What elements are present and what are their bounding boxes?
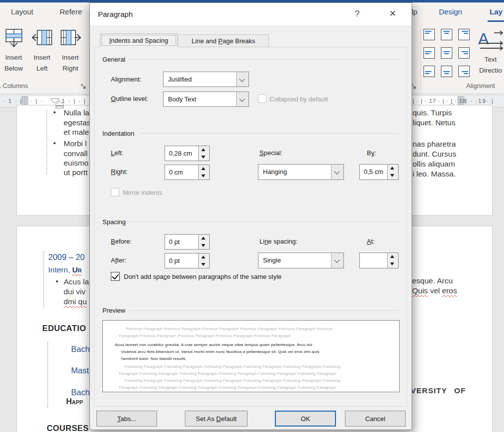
mirror-indents-checkbox xyxy=(111,188,119,196)
doc-text-line: nas pharetra xyxy=(413,140,456,149)
spin-up-icon[interactable] xyxy=(388,165,398,172)
tab-line-and-page-breaks[interactable]: Line and Page Breaks xyxy=(178,34,269,47)
ribbon-tab-table-design[interactable]: Design xyxy=(439,7,462,16)
chevron-down-icon[interactable] xyxy=(331,165,343,179)
preview-current-line: Acus laoreet non curabitur gravida. A cr… xyxy=(115,343,312,347)
spin-up-icon[interactable] xyxy=(199,146,209,154)
tab-label: age Breaks xyxy=(223,37,255,45)
at-input[interactable] xyxy=(359,253,399,268)
label-text: efore: xyxy=(115,238,132,245)
dialog-titlebar[interactable] xyxy=(90,3,412,25)
doc-bullet: • xyxy=(53,139,56,148)
group-label-rows-columns: & Columns xyxy=(0,82,28,89)
ruler-ticks-left-outer: · 1 · | xyxy=(3,98,22,104)
align-center-left-button[interactable] xyxy=(423,47,435,59)
insert-below-button[interactable]: Insert Below xyxy=(0,25,27,74)
hanging-indent-marker[interactable] xyxy=(56,101,64,110)
right-indent-value[interactable]: 0 cm xyxy=(165,165,198,179)
ribbon-tab-references[interactable]: Refere xyxy=(60,7,82,16)
set-as-default-button[interactable]: Set As Default xyxy=(185,411,248,427)
rows-columns-dialog-launcher-icon[interactable] xyxy=(81,83,86,91)
spacing-after-value[interactable]: 0 pt xyxy=(165,254,198,268)
doc-text-line: liquet. Netus xyxy=(413,118,455,127)
insert-right-button[interactable]: Insert Right xyxy=(57,25,84,74)
align-top-center-button[interactable] xyxy=(440,28,452,40)
doc-text-line: quis. Turpis xyxy=(413,108,452,117)
ribbon-tab-layout[interactable]: Layout xyxy=(11,7,33,16)
help-button[interactable]: ? xyxy=(355,9,359,19)
doc-job-title-text: Intern, xyxy=(48,265,70,274)
insert-left-button[interactable]: Insert Left xyxy=(29,25,55,74)
spacing-before-spinner xyxy=(198,235,209,249)
cancel-button[interactable]: Cancel xyxy=(345,411,406,427)
spin-up-icon[interactable] xyxy=(199,235,209,242)
spin-down-icon[interactable] xyxy=(199,242,209,250)
close-button[interactable]: ✕ xyxy=(389,8,396,19)
align-bottom-right-button[interactable] xyxy=(458,65,470,77)
preview-following-line: Paragraph Following Paragraph Following … xyxy=(119,371,336,376)
preview-previous-line: Previous Paragraph Previous Paragraph Pr… xyxy=(126,327,333,331)
dont-add-space-label[interactable]: Don't add space between paragraphs of th… xyxy=(124,273,282,280)
spin-down-icon[interactable] xyxy=(199,154,209,161)
spacing-after-input[interactable]: 0 pt xyxy=(165,253,210,268)
doc-company-smallcaps: Ur xyxy=(72,265,82,274)
spacing-before-input[interactable]: 0 pt xyxy=(165,234,210,250)
general-divider xyxy=(130,59,398,60)
align-top-right-icon xyxy=(458,29,470,40)
align-top-right-button[interactable] xyxy=(458,28,470,40)
by-input[interactable]: 0,5 cm xyxy=(359,164,399,180)
alignment-dropdown[interactable]: Justified xyxy=(163,72,249,87)
text-direction-button[interactable]: A Text Directio xyxy=(476,25,504,76)
chevron-down-icon[interactable] xyxy=(236,92,249,106)
tab-indents-and-spacing[interactable]: Indents and Spacing xyxy=(100,33,177,47)
spin-up-icon[interactable] xyxy=(388,253,398,260)
doc-text-line: esque. Arcu xyxy=(412,276,453,285)
table-gridline-dotted xyxy=(47,342,48,408)
right-indent-input[interactable]: 0 cm xyxy=(165,165,210,180)
left-indent-input[interactable]: 0,28 cm xyxy=(165,146,210,161)
spin-up-icon[interactable] xyxy=(199,254,209,261)
button-label-accel: D xyxy=(216,415,221,423)
spin-up-icon[interactable] xyxy=(199,165,209,173)
left-indent-label: Left: xyxy=(111,149,123,157)
label-accel: g xyxy=(118,76,121,83)
preview-previous-line: Paragraph Previous Paragraph Previous Pa… xyxy=(119,334,291,338)
spacing-after-spinner xyxy=(198,254,209,268)
tab-label: ndents and Spacing xyxy=(111,37,168,44)
ribbon-tab-table-layout[interactable]: Lay xyxy=(490,7,503,16)
label-text: e between paragraphs of the same style xyxy=(167,273,281,280)
outline-level-dropdown[interactable]: Body Text xyxy=(163,91,249,107)
ribbon-tab-help[interactable]: lp xyxy=(412,7,418,16)
spacing-before-value[interactable]: 0 pt xyxy=(165,235,198,249)
dont-add-space-checkbox[interactable] xyxy=(111,272,120,281)
tabs-button[interactable]: Tabs... xyxy=(96,411,157,427)
button-label: efault xyxy=(221,415,237,423)
at-value[interactable] xyxy=(360,253,387,268)
special-dropdown[interactable]: Hanging xyxy=(258,164,344,180)
line-spacing-dropdown[interactable]: Single xyxy=(258,253,344,268)
ruler-ticks-left-inner-2: 1 · | · | · xyxy=(62,98,91,104)
left-indent-value[interactable]: 0,28 cm xyxy=(165,146,198,161)
align-bottom-left-button[interactable] xyxy=(423,65,435,77)
align-bottom-center-button[interactable] xyxy=(440,65,452,77)
by-label: By: xyxy=(367,149,376,157)
chevron-down-icon[interactable] xyxy=(236,72,249,86)
doc-text-line: convall xyxy=(64,149,87,158)
spin-down-icon[interactable] xyxy=(388,260,398,268)
doc-text-line: Morbi l xyxy=(64,139,87,148)
chevron-down-icon[interactable] xyxy=(331,253,343,268)
doc-degree-line: Bach xyxy=(71,345,90,354)
align-top-left-button[interactable] xyxy=(423,28,435,40)
spin-down-icon[interactable] xyxy=(388,172,398,179)
align-center-right-button[interactable] xyxy=(458,47,470,59)
insert-right-label-1: Insert xyxy=(62,52,79,63)
insert-below-table-icon xyxy=(3,28,25,52)
ok-button[interactable]: OK xyxy=(275,411,336,427)
align-center-button[interactable] xyxy=(440,47,452,59)
spin-down-icon[interactable] xyxy=(199,173,209,180)
outline-level-dropdown-value: Body Text xyxy=(164,92,236,106)
spin-down-icon[interactable] xyxy=(199,261,209,268)
by-value[interactable]: 0,5 cm xyxy=(360,165,387,179)
doc-text-line: Acus la xyxy=(64,277,89,286)
label-text: A xyxy=(111,257,115,264)
